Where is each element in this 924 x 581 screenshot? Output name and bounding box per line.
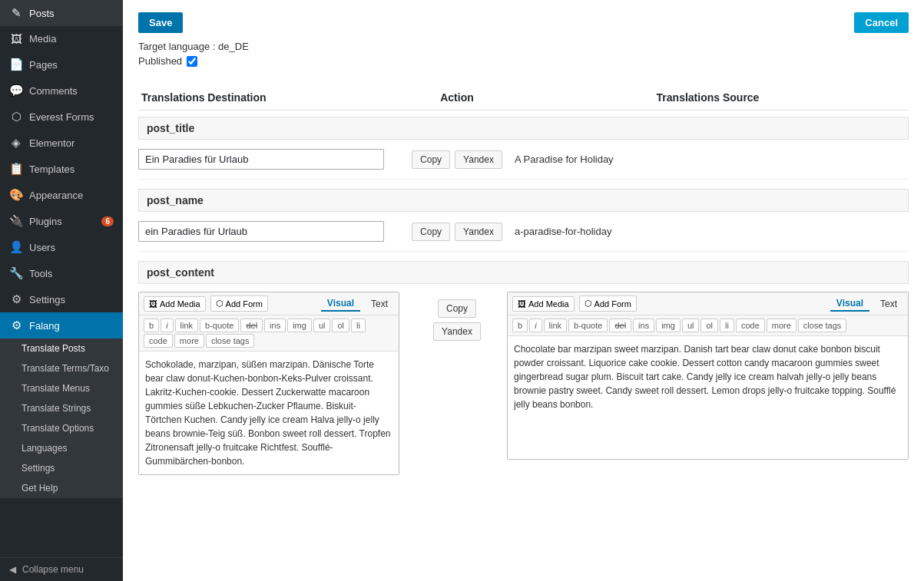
source-add-form-label: Add Form — [594, 299, 631, 309]
main-content: Save Target language : de_DE Published C… — [123, 0, 924, 581]
sidebar-label-elementor: Elementor — [29, 137, 114, 149]
sidebar-item-tools[interactable]: 🔧 Tools — [0, 260, 123, 286]
sidebar-label-everest-forms: Everest Forms — [29, 111, 114, 123]
field-label-post-content: post_content — [138, 261, 909, 284]
source-form-icon: ⬡ — [585, 299, 592, 309]
sidebar-item-translate-options[interactable]: Translate Options — [0, 418, 123, 438]
dest-format-bar: b i link b-quote del ins img ul ol li co… — [139, 315, 399, 352]
dest-fmt-closetags[interactable]: close tags — [206, 334, 255, 348]
dest-fmt-code[interactable]: code — [144, 334, 173, 348]
published-checkbox[interactable] — [187, 56, 197, 67]
dest-fmt-ul[interactable]: ul — [313, 319, 331, 332]
yandex-button-post-title[interactable]: Yandex — [455, 150, 502, 169]
dest-fmt-link[interactable]: link — [175, 319, 199, 332]
src-fmt-b[interactable]: b — [512, 319, 528, 332]
src-fmt-ul[interactable]: ul — [682, 319, 700, 332]
dest-fmt-b[interactable]: b — [144, 319, 159, 332]
sidebar-item-appearance[interactable]: 🎨 Appearance — [0, 182, 123, 208]
dest-fmt-more[interactable]: more — [174, 334, 204, 348]
yandex-button-post-content[interactable]: Yandex — [433, 322, 481, 341]
sidebar-item-users[interactable]: 👤 Users — [0, 234, 123, 260]
dest-editor-body[interactable]: Schokolade, marzipan, süßen marzipan. Dä… — [139, 352, 399, 474]
sidebar-item-translate-strings[interactable]: Translate Strings — [0, 398, 123, 418]
sidebar-label-media: Media — [29, 33, 114, 45]
content-row-post-content: 🖼 Add Media ⬡ Add Form Visual Text b — [138, 284, 909, 483]
sidebar-item-elementor[interactable]: ◈ Elementor — [0, 130, 123, 156]
sidebar-item-templates[interactable]: 📋 Templates — [0, 156, 123, 182]
sidebar-item-pages[interactable]: 📄 Pages — [0, 51, 123, 78]
col-header-dest: Translations Destination — [138, 91, 407, 104]
sidebar-item-comments[interactable]: 💬 Comments — [0, 78, 123, 104]
src-fmt-ol[interactable]: ol — [700, 319, 718, 332]
dest-add-form-button[interactable]: ⬡ Add Form — [210, 295, 268, 312]
dest-fmt-ol[interactable]: ol — [332, 319, 349, 332]
tools-icon: 🔧 — [9, 266, 23, 280]
source-text-tab[interactable]: Text — [874, 297, 903, 311]
sidebar-item-everest-forms[interactable]: ⬡ Everest Forms — [0, 104, 123, 130]
copy-button-post-content[interactable]: Copy — [438, 299, 476, 318]
src-fmt-closetags[interactable]: close tags — [798, 319, 847, 332]
src-fmt-li[interactable]: li — [720, 319, 734, 332]
cancel-button[interactable]: Cancel — [854, 12, 909, 33]
sidebar-item-settings[interactable]: ⚙ Settings — [0, 286, 123, 312]
sidebar-item-translate-menus[interactable]: Translate Menus — [0, 378, 123, 398]
src-fmt-img[interactable]: img — [656, 319, 681, 332]
src-fmt-more[interactable]: more — [767, 319, 796, 332]
appearance-icon: 🎨 — [9, 188, 23, 202]
source-add-form-button[interactable]: ⬡ Add Form — [579, 295, 637, 312]
sidebar-label-comments: Comments — [29, 85, 114, 97]
source-editor-body: Chocolate bar marzipan sweet marzipan. D… — [508, 336, 908, 459]
source-add-media-button[interactable]: 🖼 Add Media — [512, 296, 575, 312]
dest-text-tab[interactable]: Text — [365, 297, 394, 311]
copy-button-post-name[interactable]: Copy — [412, 223, 450, 241]
sidebar-item-translate-terms[interactable]: Translate Terms/Taxo — [0, 358, 123, 378]
src-fmt-link[interactable]: link — [544, 319, 568, 332]
dest-visual-tab[interactable]: Visual — [321, 296, 360, 312]
sidebar-item-falang[interactable]: ⚙ Falang — [0, 312, 123, 338]
collapse-menu[interactable]: ◀ Collapse menu — [0, 557, 123, 581]
plugins-icon: 🔌 — [9, 214, 23, 228]
dest-fmt-ins[interactable]: ins — [264, 319, 286, 332]
dest-fmt-li[interactable]: li — [351, 319, 366, 332]
elementor-icon: ◈ — [9, 136, 23, 150]
col-header-action: Action — [407, 91, 507, 104]
sidebar-item-get-help[interactable]: Get Help — [0, 478, 123, 498]
sidebar-item-languages[interactable]: Languages — [0, 438, 123, 458]
sidebar-item-media[interactable]: 🖼 Media — [0, 26, 123, 51]
top-bar: Save Target language : de_DE Published C… — [138, 12, 909, 76]
media-icon: 🖼 — [9, 32, 23, 45]
yandex-button-post-name[interactable]: Yandex — [455, 223, 502, 241]
field-section-post-title: post_title Copy Yandex A Paradise for Ho… — [138, 117, 909, 180]
templates-icon: 📋 — [9, 162, 23, 176]
sidebar-item-posts[interactable]: ✎ Posts — [0, 0, 123, 26]
dest-fmt-bquote[interactable]: b-quote — [200, 319, 239, 332]
settings-icon: ⚙ — [9, 292, 23, 306]
dest-input-post-name[interactable] — [138, 221, 384, 242]
form-icon: ⬡ — [216, 299, 224, 309]
dest-fmt-del[interactable]: del — [240, 319, 263, 332]
dest-add-media-button[interactable]: 🖼 Add Media — [144, 296, 206, 312]
sidebar-label-falang: Falang — [29, 320, 114, 332]
dest-input-post-title[interactable] — [138, 149, 384, 170]
dest-fmt-img[interactable]: img — [287, 319, 312, 332]
sidebar-label-settings: Settings — [29, 294, 114, 305]
src-fmt-ins[interactable]: ins — [633, 319, 654, 332]
pages-icon: 📄 — [9, 58, 23, 71]
plugins-badge: 6 — [101, 216, 114, 226]
dest-fmt-i[interactable]: i — [161, 319, 173, 332]
src-fmt-code[interactable]: code — [736, 319, 765, 332]
sidebar-item-plugins[interactable]: 🔌 Plugins 6 — [0, 208, 123, 234]
save-button[interactable]: Save — [138, 12, 183, 33]
src-fmt-bquote[interactable]: b-quote — [568, 319, 608, 332]
published-label: Published — [138, 55, 182, 67]
src-fmt-i[interactable]: i — [529, 319, 541, 332]
field-label-post-name: post_name — [138, 189, 909, 212]
sidebar-item-settings-sub[interactable]: Settings — [0, 458, 123, 478]
source-media-upload-icon: 🖼 — [518, 299, 526, 309]
copy-button-post-title[interactable]: Copy — [412, 150, 450, 169]
sidebar-label-users: Users — [29, 242, 114, 253]
sidebar-item-translate-posts[interactable]: Translate Posts — [0, 338, 123, 358]
src-fmt-del[interactable]: del — [609, 319, 631, 332]
field-row-post-name: Copy Yandex a-paradise-for-holiday — [138, 212, 909, 252]
source-visual-tab[interactable]: Visual — [830, 296, 869, 312]
